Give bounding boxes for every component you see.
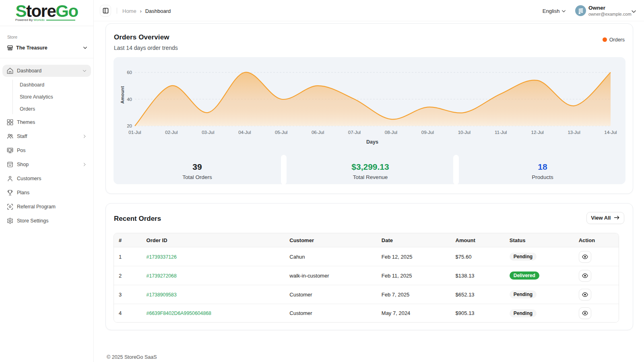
svg-text:20: 20	[127, 123, 132, 128]
svg-text:Amount: Amount	[120, 86, 125, 104]
svg-text:14-Jul: 14-Jul	[604, 130, 617, 135]
svg-text:03-Jul: 03-Jul	[202, 130, 214, 135]
svg-text:05-Jul: 05-Jul	[275, 130, 287, 135]
svg-text:12-Jul: 12-Jul	[531, 130, 544, 135]
svg-text:01-Jul: 01-Jul	[128, 130, 141, 135]
svg-text:13-Jul: 13-Jul	[568, 130, 580, 135]
svg-text:09-Jul: 09-Jul	[421, 130, 434, 135]
svg-text:06-Jul: 06-Jul	[312, 130, 324, 135]
svg-text:11-Jul: 11-Jul	[495, 130, 507, 135]
svg-text:02-Jul: 02-Jul	[165, 130, 178, 135]
svg-text:07-Jul: 07-Jul	[348, 130, 361, 135]
svg-text:40: 40	[127, 97, 132, 102]
svg-text:04-Jul: 04-Jul	[238, 130, 251, 135]
svg-text:10-Jul: 10-Jul	[458, 130, 471, 135]
svg-text:Days: Days	[366, 139, 378, 145]
svg-text:60: 60	[127, 70, 132, 75]
svg-text:08-Jul: 08-Jul	[385, 130, 397, 135]
